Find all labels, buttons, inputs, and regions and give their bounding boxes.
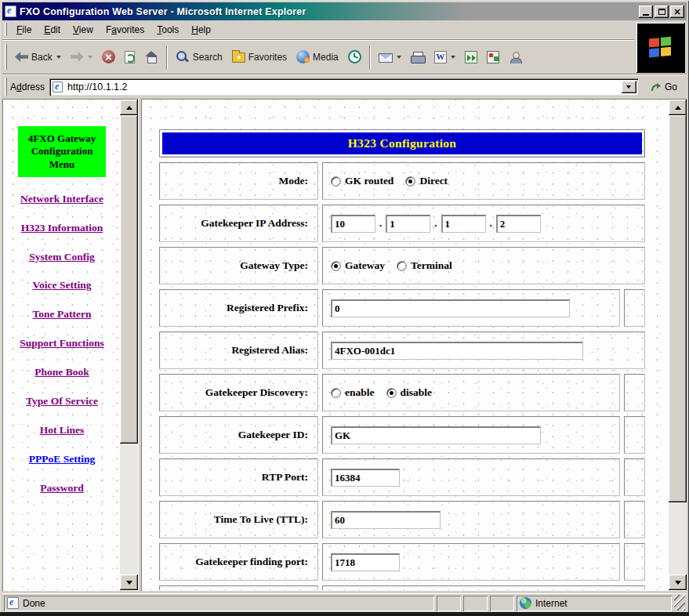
menu-view[interactable]: View bbox=[67, 22, 100, 38]
gatekeeper-ip-value-cell: . . . bbox=[322, 205, 645, 242]
ie-page-icon bbox=[7, 597, 19, 609]
mode-direct-radio[interactable] bbox=[405, 176, 415, 187]
go-button[interactable]: Go bbox=[644, 78, 684, 96]
gatekeeper-ip-octet-2[interactable] bbox=[386, 215, 430, 233]
gatekeeper-ip-octet-4[interactable] bbox=[496, 215, 541, 233]
scroll-up-button[interactable] bbox=[120, 100, 138, 115]
empty-cell bbox=[624, 458, 645, 496]
sidebar-item-network-interface[interactable]: Network Interface bbox=[15, 193, 109, 206]
gatekeeper-finding-port-label: Gatekeeper finding port: bbox=[159, 543, 318, 581]
row-gatekeeper-id: Gatekeeper ID: bbox=[159, 416, 645, 454]
sidebar-item-support-functions[interactable]: Support Functions bbox=[15, 337, 109, 350]
discuss-button[interactable] bbox=[460, 42, 482, 72]
menu-tools[interactable]: Tools bbox=[150, 22, 185, 38]
messenger-icon bbox=[487, 51, 499, 63]
sidebar-item-tone-pattern[interactable]: Tone Pattern bbox=[15, 308, 109, 321]
toolbar-grip[interactable] bbox=[5, 78, 7, 96]
gatekeeper-ip-octet-3[interactable] bbox=[441, 215, 486, 233]
gatekeeper-id-input[interactable] bbox=[331, 426, 541, 444]
window-bottom-edge bbox=[0, 612, 689, 616]
scroll-down-button[interactable] bbox=[669, 574, 687, 590]
sidebar-item-h323-information[interactable]: H323 Information bbox=[15, 222, 109, 235]
media-button[interactable]: Media bbox=[292, 42, 343, 72]
empty-cell bbox=[624, 416, 645, 454]
sidebar-item-hot-lines[interactable]: Hot Lines bbox=[15, 424, 109, 437]
person-icon bbox=[509, 51, 521, 63]
print-button[interactable] bbox=[406, 42, 430, 72]
main-scrollbar[interactable] bbox=[669, 100, 687, 590]
address-combo bbox=[49, 78, 638, 96]
discovery-disable-radio[interactable] bbox=[386, 388, 397, 398]
messenger-button[interactable] bbox=[482, 42, 504, 72]
scroll-down-button[interactable] bbox=[120, 574, 138, 590]
toolbar-grip[interactable] bbox=[5, 23, 7, 36]
search-button[interactable]: Search bbox=[171, 42, 227, 72]
sidebar-item-system-config[interactable]: System Config bbox=[15, 251, 109, 264]
gatekeeper-ip-octet-1[interactable] bbox=[331, 215, 375, 233]
mail-dropdown-icon bbox=[397, 56, 401, 59]
rtp-port-input[interactable] bbox=[331, 469, 400, 487]
status-text: Done bbox=[23, 598, 45, 609]
stop-button[interactable] bbox=[97, 42, 120, 72]
sidebar-frame: 4FXO Gateway Configuration Menu Network … bbox=[4, 100, 120, 590]
discovery-enable-label: enable bbox=[345, 386, 375, 399]
menu-help[interactable]: Help bbox=[185, 22, 217, 38]
form-title: H323 Configuration bbox=[162, 132, 642, 154]
row-mode: Mode: GK routed Direct bbox=[159, 162, 645, 200]
status-bar: Done Internet bbox=[2, 593, 687, 612]
gateway-type-value-cell: Gateway Terminal bbox=[322, 247, 645, 284]
discuss-icon bbox=[465, 51, 477, 63]
maximize-button[interactable] bbox=[655, 5, 669, 18]
mail-button[interactable] bbox=[374, 42, 406, 72]
sidebar-item-password[interactable]: Password bbox=[15, 482, 109, 495]
status-pane-empty bbox=[437, 596, 461, 611]
scrollbar-thumb[interactable] bbox=[120, 115, 138, 444]
history-icon bbox=[348, 50, 361, 63]
sidebar-item-pppoe-setting[interactable]: PPPoE Setting bbox=[15, 453, 109, 466]
sidebar-item-phone-book[interactable]: Phone Book bbox=[15, 366, 109, 379]
address-input[interactable] bbox=[63, 82, 622, 92]
home-button[interactable] bbox=[140, 42, 163, 72]
ttl-input[interactable] bbox=[331, 511, 441, 529]
triangle-down-icon bbox=[675, 581, 681, 585]
ie-throbber bbox=[636, 23, 685, 73]
row-registered-prefix: Registered Prefix: bbox=[159, 289, 645, 327]
resize-grip[interactable] bbox=[674, 595, 685, 611]
scroll-up-button[interactable] bbox=[669, 100, 687, 115]
scrollbar-thumb[interactable] bbox=[669, 115, 687, 502]
print-icon bbox=[411, 52, 425, 63]
menu-file[interactable]: File bbox=[10, 22, 38, 38]
menu-edit[interactable]: Edit bbox=[38, 22, 67, 38]
gateway-type-terminal-label: Terminal bbox=[411, 259, 452, 272]
mode-gk-routed-radio[interactable] bbox=[331, 176, 341, 187]
gateway-type-gateway-label: Gateway bbox=[345, 259, 385, 272]
contacts-button[interactable] bbox=[504, 42, 526, 72]
status-pane: Done bbox=[4, 596, 434, 611]
close-button[interactable]: × bbox=[670, 5, 684, 18]
history-button[interactable] bbox=[343, 42, 366, 72]
registered-prefix-value-cell bbox=[322, 289, 620, 327]
forward-button[interactable] bbox=[66, 42, 97, 72]
toolbar-grip[interactable] bbox=[5, 44, 7, 69]
gateway-type-gateway-radio[interactable] bbox=[331, 261, 341, 271]
gatekeeper-finding-port-input[interactable] bbox=[331, 553, 400, 571]
menu-favorites[interactable]: Favorites bbox=[100, 22, 150, 38]
back-button[interactable]: Back bbox=[10, 42, 66, 72]
home-icon bbox=[144, 51, 158, 63]
discovery-enable-radio[interactable] bbox=[331, 388, 341, 398]
title-bar[interactable]: FXO Configuration Web Server - Microsoft… bbox=[2, 2, 687, 20]
toolbar-separator bbox=[166, 45, 168, 69]
address-dropdown-button[interactable] bbox=[622, 81, 636, 93]
gatekeeper-discovery-value-cell: enable disable bbox=[322, 374, 620, 411]
sidebar-item-type-of-service[interactable]: Type Of Service bbox=[15, 395, 109, 408]
sidebar-item-voice-setting[interactable]: Voice Setting bbox=[15, 279, 109, 292]
edit-dropdown-icon bbox=[451, 56, 455, 59]
gateway-type-terminal-radio[interactable] bbox=[397, 261, 407, 271]
favorites-button[interactable]: Favorites bbox=[227, 42, 292, 72]
minimize-button[interactable] bbox=[639, 5, 653, 18]
edit-button[interactable] bbox=[430, 42, 460, 72]
registered-alias-input[interactable] bbox=[331, 342, 583, 360]
refresh-button[interactable] bbox=[120, 42, 140, 72]
sidebar-scrollbar[interactable] bbox=[120, 100, 138, 590]
registered-prefix-input[interactable] bbox=[331, 299, 570, 317]
